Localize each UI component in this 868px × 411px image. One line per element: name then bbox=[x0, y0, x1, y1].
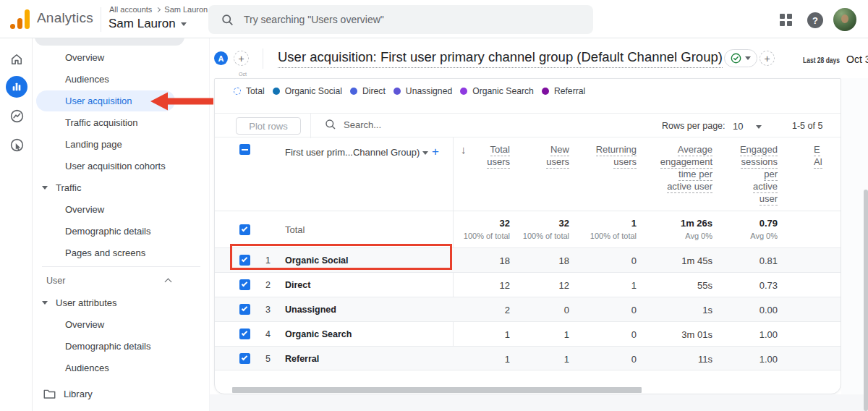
row-checkbox[interactable] bbox=[239, 353, 250, 364]
report-avatar-badge[interactable]: A bbox=[214, 51, 228, 65]
nav-section-user[interactable]: User bbox=[46, 271, 171, 291]
caret-down-icon bbox=[745, 56, 751, 60]
avg-engagement-total: 1m 26s bbox=[681, 218, 712, 229]
table-row[interactable]: 4 Organic Search 1 1 0 3m 01s 1.00 bbox=[215, 321, 841, 346]
nav-item-overview[interactable]: Overview bbox=[65, 47, 104, 67]
channel-name: Direct bbox=[285, 280, 310, 290]
nav-item-pages-and-screens[interactable]: Pages and screens bbox=[65, 242, 145, 263]
brand-title: Analytics bbox=[37, 10, 93, 26]
explore-icon[interactable] bbox=[6, 105, 27, 127]
nav-item-library[interactable]: Library bbox=[43, 384, 93, 404]
add-dimension-icon[interactable]: + bbox=[432, 145, 439, 159]
date-range-value[interactable]: Oct 3 bbox=[846, 54, 868, 65]
select-all-checkbox[interactable] bbox=[239, 144, 250, 155]
nav-item-user-acquisition-cohorts[interactable]: User acquisition cohorts bbox=[65, 156, 166, 176]
nav-item-audiences[interactable]: Audiences bbox=[65, 69, 109, 89]
search-icon bbox=[325, 119, 336, 130]
user-avatar[interactable] bbox=[833, 8, 856, 31]
nav-item-audiences-user[interactable]: Audiences bbox=[65, 357, 109, 378]
nav-item-demographic-details[interactable]: Demographic details bbox=[65, 221, 151, 241]
search-bar[interactable]: Try searching "Users overview" bbox=[208, 5, 593, 34]
legend-referral[interactable]: Referral bbox=[542, 86, 585, 96]
nav-divider bbox=[42, 266, 200, 267]
report-title[interactable]: User acquisition: First user primary cha… bbox=[278, 49, 723, 65]
pagination-range: 1-5 of 5 bbox=[792, 121, 822, 131]
nav-item-demographic-details-user[interactable]: Demographic details bbox=[65, 336, 151, 356]
caret-down-icon bbox=[181, 22, 187, 26]
nav-item-landing-page[interactable]: Landing page bbox=[65, 134, 122, 154]
new-users-total: 32 bbox=[559, 218, 569, 229]
total-row-label: Total bbox=[285, 224, 305, 235]
nav-group-user-attributes[interactable]: User attributes bbox=[42, 292, 117, 313]
row-checkbox[interactable] bbox=[239, 279, 250, 290]
column-header-returning-users[interactable]: Returningusers bbox=[596, 143, 637, 168]
left-icon-rail bbox=[0, 38, 33, 411]
search-icon bbox=[221, 14, 234, 26]
table-row[interactable]: 5 Referral 1 1 0 11s 1.00 bbox=[215, 346, 841, 370]
horizontal-scrollbar[interactable] bbox=[232, 387, 642, 393]
legend-dot-icon bbox=[393, 88, 401, 95]
nav-item-overview-user[interactable]: Overview bbox=[65, 314, 104, 334]
nav-scrolled-item[interactable] bbox=[35, 38, 184, 46]
sort-descending-icon[interactable]: ↓ bbox=[461, 143, 467, 156]
add-comparison-icon[interactable]: + bbox=[234, 51, 249, 66]
plot-rows-button[interactable]: Plot rows bbox=[236, 117, 301, 135]
nav-group-traffic[interactable]: Traffic bbox=[42, 177, 81, 198]
help-icon[interactable]: ? bbox=[807, 12, 823, 28]
legend-direct[interactable]: Direct bbox=[350, 86, 386, 96]
rows-per-page-value[interactable]: 10 bbox=[733, 121, 743, 132]
returning-users-total: 1 bbox=[631, 218, 637, 229]
row-checkbox[interactable] bbox=[239, 329, 250, 339]
table-row[interactable]: 3 Unassigned 2 0 0 1s 0.00 bbox=[215, 297, 841, 321]
top-app-bar: Analytics All accounts Sam Lauron Sam La… bbox=[0, 0, 868, 38]
advertising-icon[interactable] bbox=[6, 134, 27, 156]
google-analytics-logo-icon bbox=[10, 9, 30, 29]
legend-dot-icon bbox=[460, 88, 467, 95]
annotation-highlight-box bbox=[230, 244, 452, 270]
column-header-total-users[interactable]: Totalusers bbox=[487, 143, 510, 168]
total-users-total: 32 bbox=[500, 218, 510, 229]
table-search[interactable]: Search... bbox=[325, 119, 381, 130]
legend-total[interactable]: Total bbox=[234, 86, 265, 96]
dimension-header[interactable]: First user prim...Channel Group) bbox=[285, 147, 420, 158]
nav-item-overview-traffic[interactable]: Overview bbox=[65, 199, 104, 219]
date-range-label[interactable]: Last 28 days bbox=[803, 56, 840, 64]
rows-per-page-label: Rows per page: bbox=[662, 121, 726, 131]
breadcrumb[interactable]: All accounts Sam Lauron bbox=[109, 5, 208, 14]
legend-dot-icon bbox=[273, 88, 280, 95]
legend-dot-icon bbox=[350, 88, 357, 95]
column-header-new-users[interactable]: Newusers bbox=[546, 143, 569, 168]
account-selector[interactable]: Sam Lauron bbox=[109, 17, 187, 31]
caret-down-icon[interactable] bbox=[756, 125, 762, 129]
caret-down-icon bbox=[42, 186, 48, 190]
column-header-engaged-sessions[interactable]: Engagedsessionsperactiveuser bbox=[740, 143, 778, 205]
report-status-pill[interactable] bbox=[724, 49, 757, 67]
add-report-icon[interactable]: + bbox=[760, 51, 775, 66]
reports-icon[interactable] bbox=[6, 76, 27, 98]
nav-item-traffic-acquisition[interactable]: Traffic acquisition bbox=[65, 112, 137, 132]
vertical-scrollbar[interactable] bbox=[864, 190, 868, 411]
chart-legend: Total Organic Social Direct Unassigned O… bbox=[234, 86, 585, 96]
legend-dot-total-icon bbox=[234, 88, 241, 95]
column-header-avg-engagement-time[interactable]: Averageengagementtime peractive user bbox=[660, 143, 712, 192]
legend-unassigned[interactable]: Unassigned bbox=[393, 86, 452, 96]
annotation-arrow bbox=[148, 90, 215, 113]
page-background bbox=[210, 394, 868, 411]
legend-dot-icon bbox=[542, 88, 549, 95]
legend-organic-social[interactable]: Organic Social bbox=[273, 86, 342, 96]
chevron-right-icon bbox=[156, 7, 161, 12]
channel-name: Referral bbox=[285, 354, 319, 364]
row-checkbox[interactable] bbox=[239, 224, 250, 235]
table-row[interactable]: 2 Direct 12 12 1 55s 0.73 bbox=[215, 272, 841, 297]
report-card: Total Organic Social Direct Unassigned O… bbox=[214, 78, 841, 394]
library-folder-icon bbox=[43, 389, 56, 399]
legend-organic-search[interactable]: Organic Search bbox=[460, 86, 534, 96]
apps-grid-icon[interactable] bbox=[780, 14, 792, 26]
search-placeholder: Try searching "Users overview" bbox=[244, 14, 384, 25]
table-total-row: Total 32 100% of total 32 100% of total … bbox=[215, 211, 841, 247]
caret-down-icon bbox=[422, 151, 428, 155]
nav-item-user-acquisition[interactable]: User acquisition bbox=[65, 90, 132, 111]
home-icon[interactable] bbox=[6, 48, 27, 70]
row-checkbox[interactable] bbox=[239, 304, 250, 315]
chart-axis-fragment: Oct bbox=[239, 72, 247, 77]
